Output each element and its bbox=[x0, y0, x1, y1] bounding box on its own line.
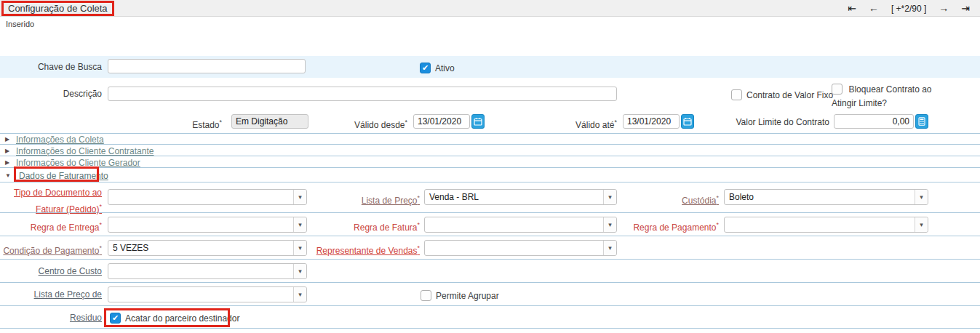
valor-limite-calculator-icon[interactable] bbox=[915, 114, 928, 129]
regra-pagamento-label: Regra de Pagamento* bbox=[611, 213, 719, 239]
chevron-down-icon[interactable]: ▾ bbox=[293, 287, 306, 302]
estado-label: Estado* bbox=[109, 111, 222, 137]
regra-entrega-label: Regra de Entrega* bbox=[0, 213, 102, 239]
chevron-down-icon[interactable]: ▾ bbox=[915, 217, 928, 232]
valido-ate-label: Válido até* bbox=[515, 111, 617, 137]
valor-limite-input[interactable] bbox=[834, 114, 914, 129]
lista-preco-dropdown[interactable]: Venda - BRL ▾ bbox=[424, 189, 617, 205]
section-dados-de-faturamento[interactable]: ▼ Dados de Faturamento bbox=[0, 169, 980, 182]
first-record-icon[interactable]: ⇤ bbox=[848, 0, 856, 17]
representante-vendas-dropdown[interactable]: ▾ bbox=[424, 240, 617, 256]
section-informacoes-cliente-gerador[interactable]: ▶ Informações do Cliente Gerador bbox=[0, 157, 980, 168]
permite-agrupar-field: Permite Agrupar bbox=[421, 289, 499, 302]
permite-agrupar-label: Permite Agrupar bbox=[436, 291, 499, 301]
regra-entrega-dropdown[interactable]: ▾ bbox=[108, 217, 307, 233]
last-record-icon[interactable]: ⇥ bbox=[961, 0, 970, 17]
section-label[interactable]: Dados de Faturamento bbox=[19, 171, 108, 181]
regra-fatura-label: Regra de Fatura* bbox=[306, 213, 420, 239]
chevron-down-icon[interactable]: ▾ bbox=[293, 190, 306, 204]
representante-vendas-label: Representante de Vendas* bbox=[306, 236, 420, 262]
valido-desde-calendar-icon[interactable] bbox=[471, 114, 485, 129]
configuracao-de-coleta-window: Configuração de Coleta ⇤ ← [ +*2/90 ] → … bbox=[0, 0, 980, 333]
ativo-label: Ativo bbox=[435, 63, 455, 73]
faturamento-row-1: Tipo de Documento ao Faturar (Pedido)* ▾… bbox=[0, 182, 980, 213]
faturamento-row-4: Centro de Custo ▾ bbox=[0, 260, 980, 283]
valor-limite-label: Valor Limite do Contrato bbox=[720, 111, 829, 134]
section-label[interactable]: Informações do Cliente Gerador bbox=[16, 158, 140, 168]
chevron-down-icon[interactable]: ▾ bbox=[603, 241, 616, 255]
bloquear-contrato-label: Bloquear Contrato ao Atingir Limite? bbox=[832, 84, 932, 108]
chevron-right-icon[interactable]: ▶ bbox=[5, 159, 9, 166]
valido-desde-label: Válido desde* bbox=[306, 111, 407, 137]
record-counter: [ +*2/90 ] bbox=[891, 4, 926, 14]
lista-preco-residuo-dropdown[interactable]: ▾ bbox=[108, 286, 307, 302]
calculator-icon bbox=[917, 117, 926, 126]
contrato-valor-fixo-label: Contrato de Valor Fixo bbox=[746, 90, 833, 100]
centro-custo-label: Centro de Custo bbox=[0, 260, 102, 283]
permite-agrupar-checkbox[interactable] bbox=[421, 290, 431, 301]
regra-fatura-dropdown[interactable]: ▾ bbox=[424, 217, 617, 233]
valido-ate-input[interactable] bbox=[623, 114, 680, 129]
descricao-label: Descrição bbox=[0, 78, 102, 111]
section-informacoes-da-coleta[interactable]: ▶ Informações da Coleta bbox=[0, 134, 980, 145]
faturamento-row-2: Regra de Entrega* ▾ Regra de Fatura* ▾ R… bbox=[0, 213, 980, 236]
tipo-documento-dropdown[interactable]: ▾ bbox=[108, 189, 307, 205]
centro-custo-dropdown[interactable]: ▾ bbox=[108, 263, 307, 279]
chevron-down-icon[interactable]: ▾ bbox=[293, 264, 306, 278]
previous-record-icon[interactable]: ← bbox=[869, 0, 879, 17]
section-informacoes-cliente-contratante[interactable]: ▶ Informações do Cliente Contratante bbox=[0, 145, 980, 156]
calendar-icon bbox=[683, 117, 692, 126]
faturamento-row-3: Condição de Pagamento* 5 VEZES ▾ Represe… bbox=[0, 236, 980, 260]
section-label[interactable]: Informações da Coleta bbox=[16, 135, 104, 145]
custodia-dropdown[interactable]: Boleto ▾ bbox=[724, 189, 928, 205]
contrato-valor-fixo-field: Contrato de Valor Fixo bbox=[731, 88, 833, 101]
acatar-parceiro-field: ✔Acatar do parceiro destinador bbox=[110, 311, 239, 324]
regra-pagamento-dropdown[interactable]: ▾ bbox=[724, 217, 928, 233]
lista-preco-label: Lista de Preço* bbox=[306, 182, 420, 216]
record-status: Inserido bbox=[6, 20, 34, 28]
ativo-checkbox[interactable]: ✔ bbox=[420, 63, 431, 73]
faturamento-row-5: Lista de Preço de Residuo ▾ Permite Agru… bbox=[0, 283, 980, 306]
condicao-pagamento-dropdown[interactable]: 5 VEZES ▾ bbox=[108, 240, 307, 256]
chave-busca-label: Chave de Busca bbox=[0, 56, 102, 78]
condicao-pagamento-label: Condição de Pagamento* bbox=[0, 236, 102, 262]
estado-row: Estado* Válido desde* Válido até* Valor … bbox=[0, 111, 980, 134]
chave-busca-row: Chave de Busca ✔Ativo bbox=[0, 56, 980, 78]
chevron-down-icon[interactable]: ▼ bbox=[5, 172, 11, 179]
chevron-right-icon[interactable]: ▶ bbox=[5, 148, 9, 154]
contrato-valor-fixo-checkbox[interactable] bbox=[731, 89, 742, 100]
page-title: Configuração de Coleta bbox=[1, 1, 114, 16]
bloquear-contrato-checkbox[interactable] bbox=[832, 84, 842, 95]
tipo-documento-label: Tipo de Documento ao Faturar (Pedido)* bbox=[0, 186, 102, 217]
calendar-icon bbox=[474, 117, 482, 126]
valido-ate-calendar-icon[interactable] bbox=[681, 114, 694, 129]
custodia-label: Custódia* bbox=[611, 182, 719, 216]
faturamento-row-6: ✔Acatar do parceiro destinador bbox=[0, 306, 980, 329]
bloquear-contrato-field: Bloquear Contrato ao Atingir Limite? bbox=[832, 82, 933, 110]
chave-busca-input[interactable] bbox=[108, 59, 306, 73]
section-label[interactable]: Informações do Cliente Contratante bbox=[16, 146, 154, 156]
record-navigation: ⇤ ← [ +*2/90 ] → ⇥ bbox=[848, 0, 970, 17]
descricao-row: Descrição Contrato de Valor Fixo Bloquea… bbox=[0, 78, 980, 111]
descricao-input[interactable] bbox=[108, 87, 617, 101]
next-record-icon[interactable]: → bbox=[939, 0, 949, 17]
estado-input bbox=[231, 114, 308, 129]
ativo-field: ✔Ativo bbox=[420, 61, 455, 74]
top-bar: Configuração de Coleta ⇤ ← [ +*2/90 ] → … bbox=[0, 0, 980, 17]
acatar-parceiro-label: Acatar do parceiro destinador bbox=[125, 313, 239, 324]
acatar-parceiro-checkbox[interactable]: ✔ bbox=[110, 313, 121, 324]
chevron-down-icon[interactable]: ▾ bbox=[293, 241, 306, 255]
chevron-right-icon[interactable]: ▶ bbox=[5, 136, 9, 143]
valido-desde-input[interactable] bbox=[413, 114, 470, 129]
chevron-down-icon[interactable]: ▾ bbox=[293, 217, 306, 232]
chevron-down-icon[interactable]: ▾ bbox=[915, 190, 928, 204]
